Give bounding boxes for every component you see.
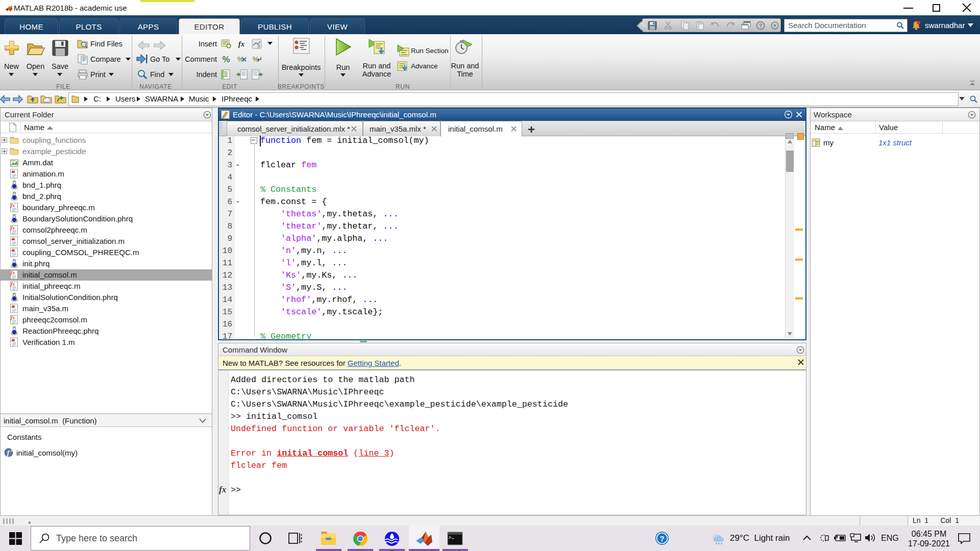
svg-text:?: ? <box>759 22 763 29</box>
svg-text:%: % <box>222 55 230 64</box>
svg-text:%: % <box>237 55 244 63</box>
svg-text:fi: fi <box>258 44 260 48</box>
svg-text:?: ? <box>659 534 664 543</box>
svg-text:fx: fx <box>238 40 245 48</box>
